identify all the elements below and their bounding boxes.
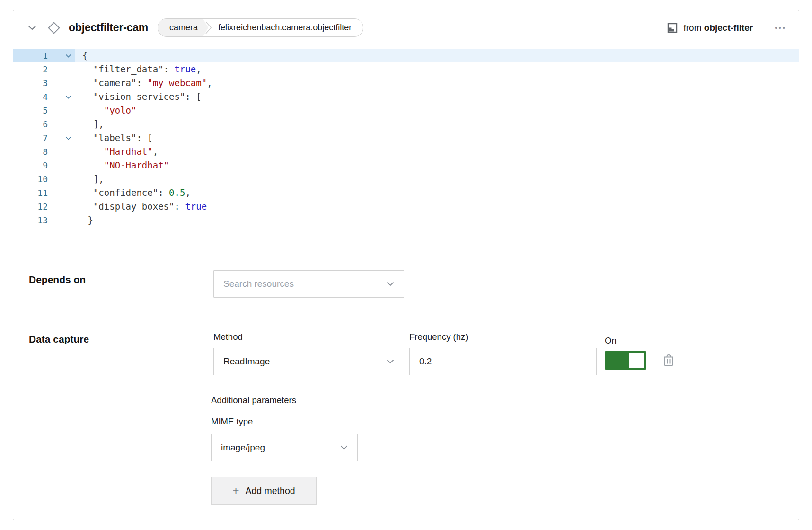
add-method-label: Add method	[245, 486, 295, 496]
method-select[interactable]: ReadImage	[213, 348, 404, 375]
code-line: 5 "yolo"	[13, 104, 799, 117]
code-line: 8 "Hardhat",	[13, 145, 799, 159]
model-badge: felixreichenbach:camera:objectfilter	[212, 19, 363, 36]
code-line: 2 "filter_data": true,	[13, 62, 799, 76]
module-icon	[667, 23, 678, 33]
code-line: 3 "camera": "my_webcam",	[13, 76, 799, 90]
frequency-value: 0.2	[419, 356, 432, 367]
line-number: 11	[13, 186, 48, 200]
line-number: 2	[13, 62, 48, 76]
code-line: 11 "confidence": 0.5,	[13, 186, 799, 200]
depends-on-label: Depends on	[29, 274, 86, 285]
depends-on-placeholder: Search resources	[223, 279, 294, 289]
method-label: Method	[213, 332, 243, 342]
mime-type-value: image/jpeg	[221, 442, 265, 453]
code-editor[interactable]: 1{2 "filter_data": true,3 "camera": "my_…	[13, 46, 799, 253]
code-line: 13 }	[13, 213, 799, 227]
depends-on-section: Depends on Search resources	[13, 253, 799, 314]
mime-type-label: MIME type	[211, 416, 253, 427]
fold-chevron-icon[interactable]	[65, 54, 71, 58]
line-number: 7	[13, 131, 48, 145]
code-line: 7 "labels": [	[13, 131, 799, 145]
line-number: 10	[13, 172, 48, 186]
fold-chevron-icon[interactable]	[65, 95, 71, 99]
line-number: 4	[13, 90, 48, 104]
additional-parameters-label: Additional parameters	[211, 395, 296, 406]
data-capture-section: Data capture Method ReadImage Frequency …	[13, 314, 799, 520]
type-badge: camera	[158, 19, 208, 36]
data-capture-label: Data capture	[29, 334, 89, 345]
code-line: 10 ],	[13, 172, 799, 186]
line-number: 9	[13, 159, 48, 172]
code-line: 12 "display_boxes": true	[13, 200, 799, 213]
depends-on-select[interactable]: Search resources	[213, 270, 404, 298]
code-line: 9 "NO-Hardhat"	[13, 159, 799, 172]
line-number: 12	[13, 200, 48, 213]
collapse-chevron-icon[interactable]	[27, 23, 37, 33]
card-header: objectfilter-cam camera felixreichenbach…	[13, 10, 799, 45]
from-module-link[interactable]: from object-filter	[684, 23, 753, 33]
overflow-menu-button[interactable]: •••	[775, 24, 786, 31]
line-number: 8	[13, 145, 48, 159]
component-name[interactable]: objectfilter-cam	[69, 21, 148, 34]
line-number: 1	[13, 49, 48, 62]
type-model-badge: camera felixreichenbach:camera:objectfil…	[158, 18, 363, 37]
frequency-input[interactable]: 0.2	[409, 348, 597, 375]
chevron-down-icon	[387, 282, 394, 286]
toggle-knob	[629, 353, 644, 368]
on-label: On	[605, 336, 617, 346]
capture-on-toggle[interactable]	[605, 351, 646, 370]
add-method-button[interactable]: + Add method	[211, 477, 317, 505]
module-name: object-filter	[704, 23, 753, 33]
chevron-down-icon	[387, 359, 394, 364]
mime-type-select[interactable]: image/jpeg	[211, 434, 358, 461]
trash-icon	[663, 353, 674, 367]
method-value: ReadImage	[223, 356, 270, 367]
line-number: 6	[13, 117, 48, 131]
frequency-label: Frequency (hz)	[409, 332, 468, 342]
code-line: 6 ],	[13, 117, 799, 131]
code-line: 1{	[13, 49, 799, 62]
chevron-down-icon	[340, 445, 348, 450]
line-number: 13	[13, 213, 48, 227]
delete-method-button[interactable]	[662, 353, 675, 367]
line-number: 5	[13, 104, 48, 117]
component-diamond-icon	[46, 20, 62, 35]
code-line: 4 "vision_services": [	[13, 90, 799, 104]
line-number: 3	[13, 76, 48, 90]
fold-chevron-icon[interactable]	[65, 136, 71, 140]
plus-icon: +	[232, 486, 239, 495]
from-label: from	[684, 23, 702, 33]
component-card: objectfilter-cam camera felixreichenbach…	[13, 10, 799, 520]
